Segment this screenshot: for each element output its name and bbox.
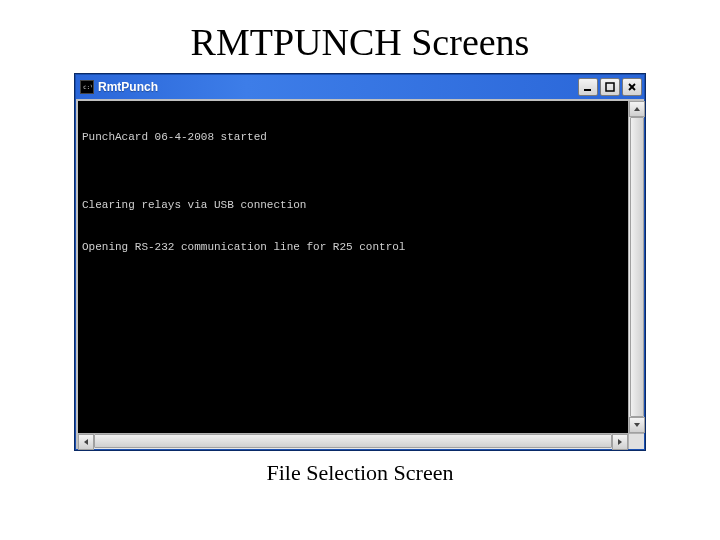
scroll-track-vertical[interactable]: [629, 117, 644, 417]
window-title: RmtPunch: [98, 80, 574, 94]
scroll-left-button[interactable]: [78, 434, 94, 450]
scroll-down-button[interactable]: [629, 417, 645, 433]
scroll-right-button[interactable]: [612, 434, 628, 450]
scroll-up-button[interactable]: [629, 101, 645, 117]
page-title: RMTPUNCH Screens: [40, 20, 680, 64]
maximize-button[interactable]: [600, 78, 620, 96]
svg-marker-9: [618, 439, 622, 445]
minimize-button[interactable]: [578, 78, 598, 96]
svg-marker-7: [634, 423, 640, 427]
console-line: PunchAcard 06-4-2008 started: [82, 131, 640, 145]
console-icon: c:\: [80, 80, 94, 94]
vertical-scrollbar[interactable]: [628, 101, 644, 433]
scroll-thumb-horizontal[interactable]: [94, 434, 612, 448]
scrollbar-corner: [628, 433, 644, 449]
svg-rect-3: [606, 83, 614, 91]
svg-marker-8: [84, 439, 88, 445]
app-window: c:\ RmtPunch PunchAcard 06-4-2008 starte…: [75, 74, 645, 450]
caption: File Selection Screen: [40, 460, 680, 486]
console-output: PunchAcard 06-4-2008 started Clearing re…: [78, 101, 644, 433]
window-controls: [578, 77, 642, 97]
scroll-thumb-vertical[interactable]: [630, 117, 644, 417]
horizontal-scrollbar[interactable]: [78, 433, 628, 449]
svg-text:c:\: c:\: [83, 83, 92, 90]
console-area: PunchAcard 06-4-2008 started Clearing re…: [76, 99, 644, 449]
titlebar[interactable]: c:\ RmtPunch: [76, 75, 644, 99]
scroll-track-horizontal[interactable]: [94, 434, 612, 449]
console-line: Clearing relays via USB connection: [82, 199, 640, 213]
close-button[interactable]: [622, 78, 642, 96]
svg-rect-2: [584, 89, 591, 91]
svg-marker-6: [634, 107, 640, 111]
console-line: Opening RS-232 communication line for R2…: [82, 241, 640, 255]
